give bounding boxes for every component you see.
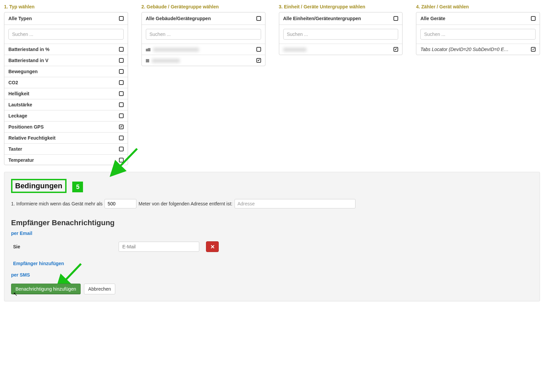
col-type-title: 1. Typ wählen — [4, 4, 128, 9]
rule-line: 1. Informiere mich wenn das Gerät mehr a… — [11, 199, 533, 208]
conditions-section: Bedingungen 5 1. Informiere mich wenn da… — [4, 172, 540, 301]
close-icon: ✕ — [210, 244, 215, 250]
list-item-label: Tabs Locator (DevID=20 SubDevID=0 E… — [420, 47, 509, 52]
list-item[interactable]: Batteriestand in V — [4, 55, 128, 66]
panel-unit: Alle Einheiten/Geräteuntergruppen — [279, 12, 403, 55]
add-recipient-link[interactable]: Empfänger hinzufügen — [13, 261, 64, 266]
col-type: 1. Typ wählen Alle Typen Batteriestand i… — [4, 4, 128, 165]
search-input-building[interactable] — [146, 29, 261, 40]
list-item-label: Batteriestand in V — [8, 58, 48, 63]
selector-columns: 1. Typ wählen Alle Typen Batteriestand i… — [4, 4, 540, 165]
list-item[interactable]: Tabs Locator (DevID=20 SubDevID=0 E… — [416, 44, 540, 55]
per-sms-link[interactable]: per SMS — [11, 272, 30, 278]
panel-device-header-label: Alle Geräte — [420, 16, 445, 21]
col-unit: 3. Einheit / Geräte Untergruppe wählen A… — [279, 4, 403, 165]
panel-device: Alle Geräte Tabs Locator (DevID=20 SubDe… — [416, 12, 540, 55]
list-item-label — [146, 58, 180, 63]
checkbox-icon[interactable] — [119, 58, 124, 63]
panel-type-header-label: Alle Typen — [8, 16, 32, 21]
list-item[interactable]: Positionen GPS — [4, 121, 128, 133]
list-type[interactable]: Batteriestand in %Batteriestand in VBewe… — [4, 44, 128, 165]
list-item[interactable]: Bewegungen — [4, 66, 128, 77]
list-item[interactable]: Temperatur — [4, 155, 128, 165]
panel-building-search-wrap — [142, 25, 265, 44]
list-item[interactable]: Leckage — [4, 110, 128, 121]
panel-type: Alle Typen Batteriestand in %Batteriesta… — [4, 12, 128, 165]
list-item[interactable]: Batteriestand in % — [4, 44, 128, 55]
step-badge: 5 — [72, 182, 83, 192]
checkbox-icon[interactable] — [119, 113, 124, 118]
list-item[interactable] — [142, 55, 265, 66]
folder-icon — [146, 48, 151, 51]
rule-mid: Meter von der folgenden Adresse entfernt… — [138, 201, 232, 206]
list-item-label: Lautstärke — [8, 102, 32, 107]
list-building[interactable] — [142, 44, 265, 66]
panel-building-header[interactable]: Alle Gebäude/Gerätegruppen — [142, 12, 265, 25]
panel-unit-header-label: Alle Einheiten/Geräteuntergruppen — [283, 16, 361, 21]
col-unit-title: 3. Einheit / Geräte Untergruppe wählen — [279, 4, 403, 9]
checkbox-icon[interactable] — [119, 69, 124, 74]
checkbox-icon[interactable] — [393, 47, 398, 52]
action-row: Benachrichtigung hinzufügen Abbrechen ↖ — [11, 284, 533, 294]
search-input-unit[interactable] — [283, 29, 399, 40]
checkbox-icon[interactable] — [119, 136, 124, 140]
distance-input[interactable] — [104, 199, 136, 208]
checkbox-icon[interactable] — [256, 16, 261, 21]
checkbox-icon[interactable] — [119, 47, 124, 52]
panel-type-header[interactable]: Alle Typen — [4, 12, 128, 25]
list-item-label: Positionen GPS — [8, 124, 44, 130]
panel-unit-header[interactable]: Alle Einheiten/Geräteuntergruppen — [279, 12, 403, 25]
list-item-label: Leckage — [8, 113, 27, 118]
checkbox-icon[interactable] — [119, 91, 124, 96]
svg-line-1 — [61, 264, 81, 285]
list-item[interactable]: Relative Feuchtigkeit — [4, 133, 128, 144]
checkbox-icon[interactable] — [531, 47, 536, 52]
checkbox-icon[interactable] — [531, 16, 536, 21]
rule-prefix: 1. Informiere mich wenn das Gerät mehr a… — [11, 201, 102, 206]
list-item[interactable]: Helligkeit — [4, 88, 128, 99]
conditions-title: Bedingungen — [11, 179, 67, 193]
add-notification-button[interactable]: Benachrichtigung hinzufügen — [11, 284, 81, 294]
list-item[interactable]: CO2 — [4, 77, 128, 88]
list-unit[interactable] — [279, 44, 403, 55]
recipients-title: Empfänger Benachrichtigung — [11, 218, 533, 227]
address-input[interactable] — [235, 199, 355, 208]
panel-device-search-wrap — [416, 25, 540, 44]
checkbox-icon[interactable] — [119, 16, 124, 21]
checkbox-icon[interactable] — [119, 80, 124, 85]
list-device[interactable]: Tabs Locator (DevID=20 SubDevID=0 E… — [416, 44, 540, 55]
checkbox-icon[interactable] — [119, 102, 124, 107]
list-item-label: Batteriestand in % — [8, 47, 49, 52]
checkbox-icon[interactable] — [119, 158, 124, 162]
list-item-label: CO2 — [8, 80, 18, 85]
delete-recipient-button[interactable]: ✕ — [206, 241, 219, 252]
panel-device-header[interactable]: Alle Geräte — [416, 12, 540, 25]
list-item-label: Relative Feuchtigkeit — [8, 135, 55, 141]
list-item-label: Temperatur — [8, 157, 34, 163]
list-item-label: Taster — [8, 146, 22, 152]
list-item[interactable]: Lautstärke — [4, 99, 128, 110]
checkbox-icon[interactable] — [256, 58, 261, 63]
checkbox-icon[interactable] — [119, 147, 124, 151]
col-building: 2. Gebäude / Gerätegruppe wählen Alle Ge… — [141, 4, 265, 165]
per-email-link[interactable]: per Email — [11, 231, 32, 236]
panel-building-header-label: Alle Gebäude/Gerätegruppen — [146, 16, 211, 21]
checkbox-icon[interactable] — [393, 16, 398, 21]
col-building-title: 2. Gebäude / Gerätegruppe wählen — [141, 4, 265, 9]
list-item[interactable]: Taster — [4, 144, 128, 155]
list-item[interactable] — [142, 44, 265, 55]
checkbox-icon[interactable] — [119, 125, 124, 129]
conditions-header-row: Bedingungen 5 — [11, 179, 533, 193]
col-device-title: 4. Zähler / Gerät wählen — [416, 4, 540, 9]
search-input-type[interactable] — [8, 29, 124, 40]
checkbox-icon[interactable] — [256, 47, 261, 52]
list-item[interactable] — [279, 44, 403, 55]
list-item-label: Bewegungen — [8, 69, 38, 74]
cancel-button[interactable]: Abbrechen — [84, 284, 116, 294]
recipient-you-label: Sie — [11, 244, 115, 249]
email-input[interactable] — [119, 242, 199, 252]
list-item-label: Helligkeit — [8, 91, 29, 96]
panel-type-search-wrap — [4, 25, 128, 44]
search-input-device[interactable] — [420, 29, 536, 40]
list-item-label — [146, 47, 199, 52]
